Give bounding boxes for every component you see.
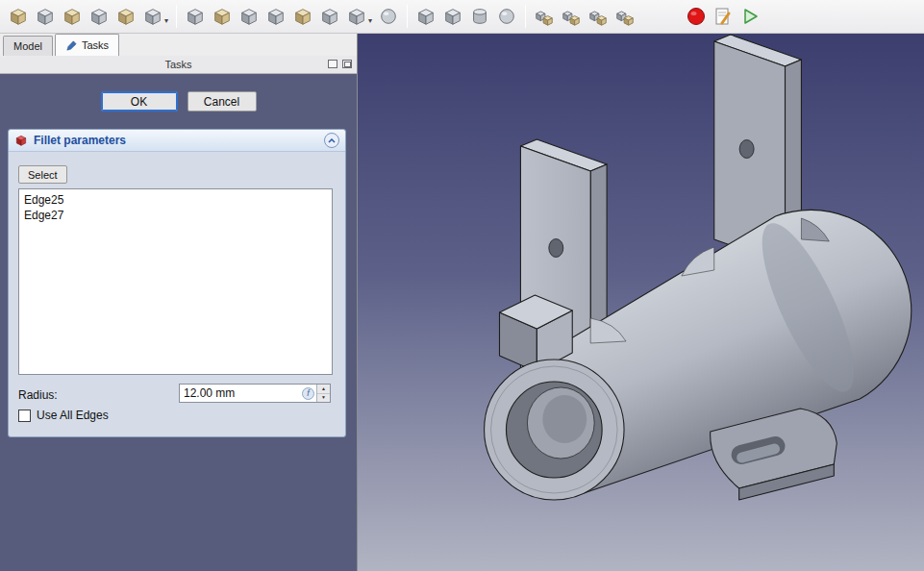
- radius-spinbox: f ▲ ▼: [179, 384, 331, 403]
- float-panel-icon[interactable]: [328, 60, 337, 68]
- fillet-box-title: Fillet parameters: [34, 134, 318, 147]
- projection-icon[interactable]: [113, 4, 138, 29]
- toolbar-separator: [176, 5, 177, 28]
- pen-icon: [65, 39, 78, 52]
- spin-up-icon[interactable]: ▲: [317, 385, 330, 394]
- thickness-icon[interactable]: [87, 4, 112, 29]
- tab-model-label: Model: [13, 40, 42, 52]
- panel-title: Tasks: [164, 59, 191, 70]
- use-all-edges-checkbox[interactable]: [18, 410, 31, 422]
- spin-down-icon[interactable]: ▼: [317, 394, 330, 403]
- tasks-panel-body: OK Cancel Fillet parameters: [0, 74, 357, 571]
- torus-primitive-icon[interactable]: [494, 4, 519, 29]
- use-all-edges-label: Use All Edges: [37, 409, 109, 422]
- fillet-parameters-box: Fillet parameters Select Edge25 Edge27 R…: [8, 129, 346, 437]
- more-tools-dropdown[interactable]: ▾: [164, 16, 168, 25]
- cube-primitive-icon[interactable]: [440, 4, 465, 29]
- offset-icon[interactable]: [60, 4, 85, 29]
- ok-button[interactable]: OK: [101, 91, 178, 112]
- measure-linear-icon[interactable]: [532, 4, 557, 29]
- expression-editor-icon[interactable]: f: [302, 387, 314, 400]
- cut-icon[interactable]: [237, 4, 262, 29]
- union-icon[interactable]: [263, 4, 288, 29]
- toolbar-separator: [525, 5, 526, 28]
- 3d-model[interactable]: [358, 34, 924, 571]
- sweep-icon[interactable]: [6, 4, 31, 29]
- shape-builder-icon[interactable]: [140, 4, 165, 29]
- toolbar: ▾ ▾: [0, 0, 924, 34]
- radius-label: Radius:: [18, 388, 58, 402]
- connect-icon[interactable]: [317, 4, 342, 29]
- collapse-section-icon[interactable]: [324, 133, 339, 148]
- measure-clear-icon[interactable]: [612, 4, 637, 29]
- split-icon[interactable]: [344, 4, 369, 29]
- boolean-dropdown[interactable]: ▾: [368, 16, 372, 25]
- box-primitive-icon[interactable]: [413, 4, 438, 29]
- tab-tasks[interactable]: Tasks: [55, 34, 119, 56]
- cancel-button[interactable]: Cancel: [187, 91, 257, 112]
- measure-angular-icon[interactable]: [559, 4, 584, 29]
- tab-tasks-label: Tasks: [82, 39, 109, 51]
- task-dock-panel: Model Tasks Tasks OK Cancel: [0, 34, 357, 571]
- toolbar-separator: [407, 5, 408, 28]
- edge-list[interactable]: Edge25 Edge27: [18, 188, 333, 375]
- macro-play-icon[interactable]: [737, 4, 762, 29]
- edge-list-item[interactable]: Edge25: [24, 192, 327, 208]
- model-front-ring: [485, 360, 625, 500]
- 3d-viewport[interactable]: [357, 34, 924, 571]
- macro-edit-icon[interactable]: [711, 4, 736, 29]
- boolean-icon[interactable]: [210, 4, 235, 29]
- select-button[interactable]: Select: [18, 165, 67, 184]
- macro-record-icon[interactable]: [684, 4, 709, 29]
- sphere-primitive-icon[interactable]: [376, 4, 401, 29]
- fillet-box-header: Fillet parameters: [9, 130, 345, 152]
- radius-input[interactable]: [180, 386, 302, 400]
- freecad-window: ▾ ▾: [0, 0, 924, 571]
- fillet-icon: [14, 134, 28, 147]
- dock-tab-bar: Model Tasks: [0, 34, 357, 56]
- intersection-icon[interactable]: [290, 4, 315, 29]
- cylinder-primitive-icon[interactable]: [467, 4, 492, 29]
- edge-list-item[interactable]: Edge27: [24, 208, 327, 223]
- fillet-box-body: Select Edge25 Edge27 Radius: f ▲ ▼: [9, 152, 345, 436]
- panel-title-bar: Tasks: [0, 56, 357, 74]
- measure-refresh-icon[interactable]: [586, 4, 611, 29]
- tab-model[interactable]: Model: [3, 36, 53, 56]
- loft-icon[interactable]: [33, 4, 58, 29]
- undock-panel-icon[interactable]: [342, 60, 352, 68]
- compound-icon[interactable]: [183, 4, 208, 29]
